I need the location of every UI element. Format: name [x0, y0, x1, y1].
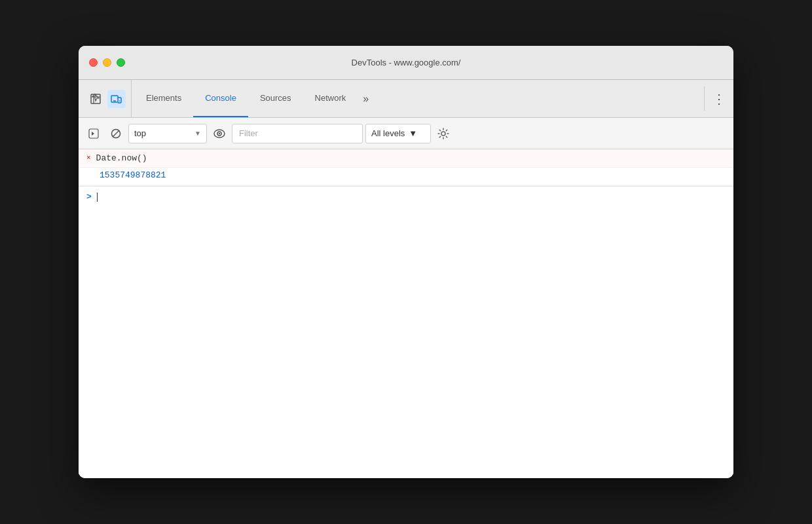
svg-point-10: [441, 132, 445, 136]
levels-arrow-icon: ▼: [409, 128, 417, 138]
tab-separator: [704, 86, 705, 111]
maximize-button[interactable]: [117, 58, 125, 67]
input-prompt-icon: >: [86, 192, 92, 202]
tab-menu-button[interactable]: ⋮: [707, 80, 731, 117]
window-title: DevTools - www.google.com/: [352, 58, 461, 67]
levels-select[interactable]: All levels ▼: [365, 124, 431, 143]
watch-button[interactable]: [210, 124, 229, 143]
context-select-arrow: ▼: [194, 130, 201, 137]
tab-overflow-button[interactable]: »: [358, 80, 374, 117]
tabs: Elements Console Sources Network »: [134, 80, 701, 117]
text-cursor: [97, 193, 98, 202]
block-button[interactable]: [106, 124, 126, 143]
error-icon: ×: [86, 154, 91, 162]
tab-sources[interactable]: Sources: [248, 80, 303, 117]
tab-bar: Elements Console Sources Network » ⋮: [79, 80, 733, 118]
tab-icon-group: [81, 80, 132, 117]
tab-network[interactable]: Network: [303, 80, 358, 117]
filter-input[interactable]: [232, 124, 363, 143]
svg-line-6: [113, 130, 119, 137]
console-number: 1535749878821: [100, 170, 166, 180]
traffic-lights: [89, 58, 125, 67]
console-output: × Date.now() 1535749878821 >: [79, 149, 733, 478]
context-select[interactable]: top ▼: [128, 124, 207, 143]
close-button[interactable]: [89, 58, 98, 67]
inspector-button[interactable]: [86, 90, 105, 108]
tab-console[interactable]: Console: [193, 80, 248, 117]
console-entry: × Date.now(): [79, 149, 733, 168]
console-result: 1535749878821: [79, 168, 733, 186]
svg-point-9: [219, 132, 220, 134]
devtools-panel: Elements Console Sources Network » ⋮: [79, 80, 733, 478]
title-bar: DevTools - www.google.com/: [79, 46, 733, 80]
console-input-line[interactable]: >: [79, 186, 733, 207]
console-code: Date.now(): [96, 153, 147, 163]
console-toolbar: top ▼ All levels ▼: [79, 118, 733, 149]
settings-button[interactable]: [434, 124, 453, 143]
tab-elements[interactable]: Elements: [134, 80, 193, 117]
minimize-button[interactable]: [103, 58, 111, 67]
device-button[interactable]: [107, 90, 126, 108]
execute-button[interactable]: [84, 124, 103, 143]
